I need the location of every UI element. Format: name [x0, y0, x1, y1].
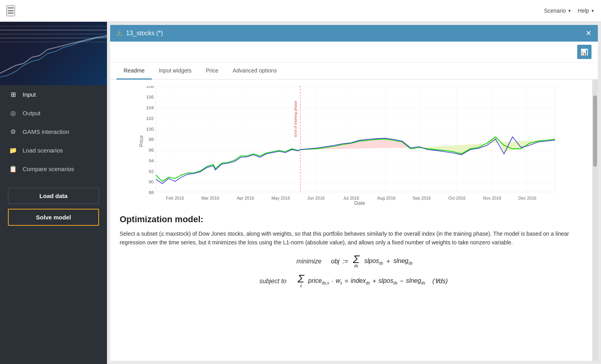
logo-image — [0, 22, 107, 85]
assign-op: := — [343, 258, 348, 265]
sidebar-item-input-label: Input — [23, 91, 36, 98]
svg-text:Mar 2016: Mar 2016 — [201, 196, 219, 200]
compare-icon: 📋 — [9, 165, 17, 173]
sum2-subscript: s — [300, 284, 302, 288]
card-header: ⚠ 13_stocks (*) ✕ — [110, 25, 598, 42]
tab-readme[interactable]: Readme — [116, 63, 152, 80]
sidebar-item-input[interactable]: ⊞ Input — [0, 85, 107, 104]
sidebar-item-gams[interactable]: ⚙ GAMS interaction — [0, 122, 107, 141]
w-term: ws — [336, 277, 342, 285]
sigma2-symbol: Σ — [298, 274, 304, 283]
svg-text:96: 96 — [149, 147, 154, 152]
optimization-description: Select a subset (≤ maxstock) of Dow Jone… — [120, 229, 583, 247]
svg-text:Nov 2016: Nov 2016 — [483, 196, 501, 200]
math-line-subject: subject to Σ s priceds,s · ws = — [120, 274, 583, 288]
svg-text:106: 106 — [146, 94, 154, 99]
output-icon: ◎ — [9, 109, 17, 117]
subject-to-label: subject to — [255, 278, 286, 285]
tab-input-widgets[interactable]: Input widgets — [152, 63, 199, 80]
bar-chart-icon: 📊 — [580, 48, 588, 56]
eq-sign: = — [345, 278, 348, 285]
svg-text:Feb 2016: Feb 2016 — [166, 196, 184, 200]
sidebar-item-output[interactable]: ◎ Output — [0, 104, 107, 122]
slneg2-term: slnegds — [406, 277, 425, 285]
svg-text:102: 102 — [146, 116, 154, 121]
svg-text:98: 98 — [149, 137, 154, 142]
svg-text:Oct 2016: Oct 2016 — [448, 196, 466, 200]
sum-subscript: ds — [354, 264, 359, 268]
sidebar-item-load-scenarios[interactable]: 📁 Load scenarios — [0, 141, 107, 160]
math-line-minimize: minimize obj := Σ ds slposds + — [120, 255, 583, 268]
index-term: indexds — [351, 277, 370, 285]
scenario-arrow: ▼ — [567, 9, 571, 13]
sidebar-buttons: Load data Solve model — [0, 181, 107, 232]
grid-icon: ⊞ — [9, 91, 17, 98]
math-formula-2: subject to Σ s priceds,s · ws = — [120, 274, 583, 288]
help-arrow: ▼ — [591, 9, 595, 13]
scrollbar-track[interactable] — [592, 80, 598, 361]
help-label: Help — [578, 8, 589, 14]
plus-sign: + — [386, 258, 390, 265]
main-card: ⚠ 13_stocks (*) ✕ 📊 Readme Input widgets… — [110, 25, 598, 361]
topbar-left: ☰ — [6, 5, 15, 16]
card-scroll-wrapper: 108 106 104 102 100 98 96 94 92 90 88 — [110, 80, 598, 361]
topbar-right: Scenario ▼ Help ▼ — [544, 8, 595, 14]
tabs: Readme Input widgets Price Advanced opti… — [110, 63, 598, 80]
sidebar-nav: ⊞ Input ◎ Output ⚙ GAMS interaction 📁 Lo… — [0, 85, 107, 178]
folder-icon: 📁 — [9, 147, 17, 154]
card-header-title: ⚠ 13_stocks (*) — [116, 30, 163, 37]
sidebar-item-compare-scenarios-label: Compare scenarios — [23, 166, 74, 172]
obj-var: obj — [331, 258, 339, 265]
sidebar-item-gams-label: GAMS interaction — [23, 128, 69, 135]
price-chart: 108 106 104 102 100 98 96 94 92 90 88 — [120, 86, 583, 205]
menu-button[interactable]: ☰ — [6, 5, 15, 16]
tab-advanced-options[interactable]: Advanced options — [225, 63, 284, 80]
price-term: priceds,s — [308, 277, 329, 285]
load-data-button[interactable]: Load data — [8, 188, 99, 204]
optimization-title: Optimization model: — [120, 214, 583, 225]
slpos-term: slposds — [364, 257, 383, 265]
solve-model-button[interactable]: Solve model — [8, 209, 99, 226]
card-toolbar: 📊 — [110, 42, 598, 63]
sidebar: ⊞ Input ◎ Output ⚙ GAMS interaction 📁 Lo… — [0, 22, 107, 364]
svg-text:Date: Date — [354, 200, 365, 205]
sidebar-item-compare-scenarios[interactable]: 📋 Compare scenarios — [0, 160, 107, 178]
svg-text:Dec 2016: Dec 2016 — [518, 196, 536, 200]
topbar: ☰ Scenario ▼ Help ▼ — [0, 0, 601, 22]
card-close-button[interactable]: ✕ — [586, 29, 591, 38]
minimize-label: minimize — [290, 258, 321, 265]
minus-sign: − — [400, 278, 403, 285]
optimization-section: Optimization model: Select a subset (≤ m… — [120, 214, 583, 288]
help-button[interactable]: Help ▼ — [578, 8, 595, 14]
svg-text:Apr 2016: Apr 2016 — [237, 196, 254, 200]
subject-expr: Σ s priceds,s · ws = indexds + slpo — [296, 274, 448, 288]
sigma-symbol: Σ — [353, 255, 360, 264]
sidebar-item-load-scenarios-label: Load scenarios — [23, 147, 63, 154]
svg-text:92: 92 — [149, 169, 154, 174]
chart-container: 108 106 104 102 100 98 96 94 92 90 88 — [120, 86, 583, 205]
forall-term: (∀ds) — [432, 277, 448, 285]
svg-text:May 2016: May 2016 — [271, 196, 290, 200]
svg-text:104: 104 — [146, 105, 154, 110]
math-formula-1: minimize obj := Σ ds slposds + — [120, 255, 583, 268]
svg-text:End of training phase: End of training phase — [293, 101, 298, 137]
minimize-expr: obj := Σ ds slposds + slnegds — [331, 255, 412, 268]
scenario-button[interactable]: Scenario ▼ — [544, 8, 571, 14]
dot-op: · — [332, 278, 333, 285]
svg-text:90: 90 — [149, 179, 154, 184]
main-layout: ⊞ Input ◎ Output ⚙ GAMS interaction 📁 Lo… — [0, 22, 601, 364]
card-title: 13_stocks (*) — [126, 30, 163, 37]
chart-view-button[interactable]: 📊 — [577, 45, 591, 59]
warning-icon: ⚠ — [116, 30, 122, 37]
scrollbar-thumb[interactable] — [593, 95, 597, 167]
sum2-container: Σ s — [298, 274, 304, 288]
svg-text:Price: Price — [139, 135, 145, 147]
card-body: 108 106 104 102 100 98 96 94 92 90 88 — [110, 80, 592, 361]
svg-text:Jun 2016: Jun 2016 — [307, 196, 325, 200]
sidebar-logo — [0, 22, 107, 85]
slpos2-term: slposds — [378, 277, 397, 285]
svg-text:100: 100 — [146, 126, 154, 131]
scenario-label: Scenario — [544, 8, 566, 14]
tab-price[interactable]: Price — [198, 63, 225, 80]
svg-text:88: 88 — [149, 190, 154, 195]
